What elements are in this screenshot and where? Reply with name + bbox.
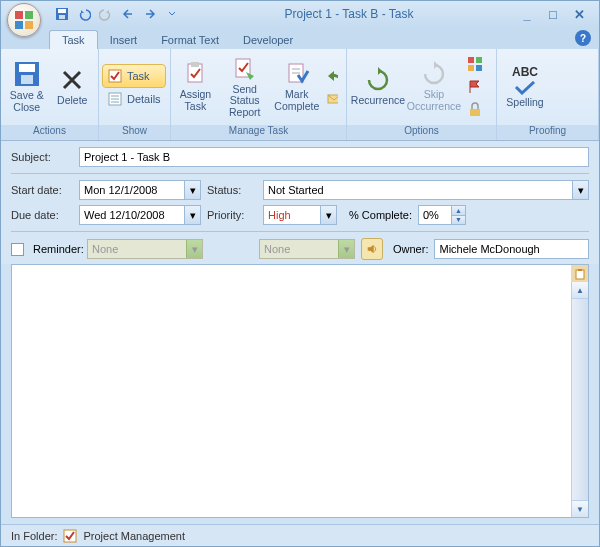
scroll-up-icon[interactable]: ▲ [572,282,588,299]
qat-undo-icon[interactable] [75,5,93,23]
skip-icon [421,61,447,87]
titlebar: Project 1 - Task B - Task _ □ ✕ [1,1,599,27]
svg-rect-6 [59,15,65,19]
maximize-button[interactable]: □ [543,5,563,23]
tab-insert[interactable]: Insert [98,31,150,49]
send-status-report-button[interactable]: Send Status Report [218,51,272,123]
divider [11,231,589,232]
svg-rect-0 [15,11,23,19]
in-folder-value: Project Management [83,530,185,542]
group-show: Task Details Show [99,49,171,140]
in-folder-label: In Folder: [11,530,57,542]
qat-prev-icon[interactable] [119,5,137,23]
scroll-down-icon[interactable]: ▼ [572,500,588,517]
svg-rect-22 [468,57,474,63]
qat-save-icon[interactable] [53,5,71,23]
spin-down[interactable]: ▼ [451,216,465,225]
statusbar: In Folder: Project Management [1,524,599,546]
divider [11,173,589,174]
svg-rect-5 [58,9,66,13]
recurrence-icon [365,67,391,93]
abc-icon: ABC [512,66,538,79]
tab-format-text[interactable]: Format Text [149,31,231,49]
window-title: Project 1 - Task B - Task [181,7,517,21]
reply-icon [326,68,338,84]
assign-task-icon [182,61,208,87]
subject-input[interactable]: Project 1 - Task B [79,147,589,167]
spin-up[interactable]: ▲ [451,206,465,216]
followup-button[interactable] [463,76,487,98]
vertical-scrollbar[interactable]: ▲ ▼ [571,282,588,517]
owner-label: Owner: [393,243,428,255]
priority-label: Priority: [207,209,257,221]
svg-rect-9 [21,75,33,84]
qat-next-icon[interactable] [141,5,159,23]
pct-complete-label: % Complete: [349,209,412,221]
ribbon-tabstrip: Task Insert Format Text Developer ? [1,27,599,49]
save-close-button[interactable]: Save & Close [5,51,49,123]
svg-rect-28 [578,269,582,271]
mark-complete-button[interactable]: Mark Complete [274,51,320,123]
start-date-combo[interactable]: Mon 12/1/2008 ▾ [79,180,201,200]
reminder-date-combo: None ▾ [87,239,203,259]
manage-small-2[interactable] [322,88,342,110]
group-actions: Save & Close Delete Actions [1,49,99,140]
manage-small-1[interactable] [322,65,342,87]
qat-customize-icon[interactable] [163,5,181,23]
tab-developer[interactable]: Developer [231,31,305,49]
lock-icon [467,102,483,118]
svg-rect-26 [470,109,480,116]
flag-icon [467,79,483,95]
reminder-checkbox[interactable] [11,243,24,256]
chevron-down-icon: ▾ [338,240,354,258]
chevron-down-icon[interactable]: ▾ [320,206,336,224]
chevron-down-icon: ▾ [186,240,202,258]
recurrence-button[interactable]: Recurrence [351,51,405,123]
chevron-down-icon[interactable]: ▾ [572,181,588,199]
svg-rect-27 [576,270,584,279]
categorize-icon [467,56,483,72]
svg-rect-23 [476,57,482,63]
speaker-icon [366,242,378,256]
svg-rect-25 [476,65,482,71]
pct-complete-spinner[interactable]: 0% ▲▼ [418,205,466,225]
group-manage-task: Assign Task Send Status Report Mark Comp… [171,49,347,140]
task-icon [107,68,123,84]
minimize-button[interactable]: _ [517,5,537,23]
show-task-button[interactable]: Task [103,65,165,87]
private-button[interactable] [463,99,487,121]
show-details-button[interactable]: Details [103,88,165,110]
delete-button[interactable]: Delete [51,51,95,123]
window-controls: _ □ ✕ [517,5,589,23]
reminder-sound-button[interactable] [361,238,383,260]
priority-combo[interactable]: High ▾ [263,205,337,225]
start-date-label: Start date: [11,184,73,196]
delete-icon [59,67,85,93]
owner-input[interactable]: Michele McDonough [434,239,589,259]
due-date-combo[interactable]: Wed 12/10/2008 ▾ [79,205,201,225]
task-body-editor[interactable]: ▲ ▼ [11,264,589,518]
svg-rect-24 [468,65,474,71]
reminder-time-combo: None ▾ [259,239,355,259]
status-combo[interactable]: Not Started ▾ [263,180,589,200]
due-date-label: Due date: [11,209,73,221]
tab-task[interactable]: Task [49,30,98,49]
clipboard-icon[interactable] [571,265,588,282]
save-icon [13,60,41,88]
assign-task-button[interactable]: Assign Task [175,51,216,123]
office-button[interactable] [7,3,41,37]
form-area: Subject: Project 1 - Task B Start date: … [1,141,599,264]
close-button[interactable]: ✕ [569,5,589,23]
subject-label: Subject: [11,151,73,163]
categorize-button[interactable] [463,53,487,75]
send-icon [232,56,258,82]
reminder-label: Reminder: [33,243,81,255]
chevron-down-icon[interactable]: ▾ [184,206,200,224]
svg-rect-2 [15,21,23,29]
spelling-button[interactable]: ABC Spelling [501,51,549,123]
chevron-down-icon[interactable]: ▾ [184,181,200,199]
qat-redo-icon[interactable] [97,5,115,23]
svg-rect-1 [25,11,33,19]
task-folder-icon [63,529,77,543]
help-icon[interactable]: ? [575,30,591,46]
